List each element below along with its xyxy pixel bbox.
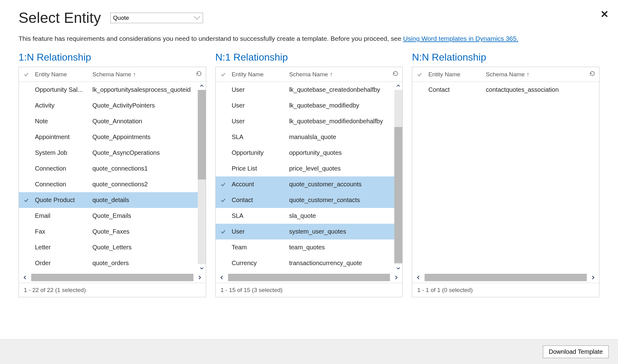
scroll-left-icon[interactable] <box>412 275 425 280</box>
scroll-left-icon[interactable] <box>19 275 31 280</box>
relationship-columns: 1:N Relationship Entity Name Schema Name… <box>19 52 599 297</box>
row-schema-name: quote_connections1 <box>91 165 198 172</box>
row-entity-name: Letter <box>34 244 91 251</box>
scroll-down-icon[interactable] <box>198 264 206 272</box>
table-row[interactable]: Price List price_level_quotes <box>216 161 403 176</box>
scroll-track[interactable] <box>198 90 206 264</box>
scroll-right-icon[interactable] <box>193 275 206 280</box>
table-row[interactable]: Order quote_orders <box>19 255 206 271</box>
row-entity-name: Opportunity <box>231 149 288 156</box>
scroll-thumb-horizontal[interactable] <box>425 274 587 281</box>
description: This feature has requirements and consid… <box>19 35 599 42</box>
table-row[interactable]: Team team_quotes <box>216 239 403 255</box>
scroll-right-icon[interactable] <box>587 275 599 280</box>
table-row[interactable]: System Job Quote_AsyncOperations <box>19 145 206 161</box>
column-header-schema[interactable]: Schema Name↑ <box>485 71 586 78</box>
row-schema-name: sla_quote <box>288 212 395 219</box>
row-schema-name: lk_quotebase_modifiedonbehalfby <box>288 118 395 125</box>
row-entity-name: Order <box>34 260 91 267</box>
table-row[interactable]: SLA manualsla_quote <box>216 129 403 145</box>
row-entity-name: Contact <box>427 86 485 93</box>
row-entity-name: User <box>231 118 288 125</box>
horizontal-scrollbar[interactable] <box>216 272 403 283</box>
row-entity-name: SLA <box>231 133 288 141</box>
scroll-thumb[interactable] <box>394 127 402 263</box>
refresh-icon[interactable] <box>192 71 206 78</box>
scroll-up-icon[interactable] <box>394 82 402 90</box>
table-row[interactable]: Quote Product quote_details <box>19 192 206 208</box>
table-row[interactable]: Note Quote_Annotation <box>19 113 206 129</box>
relationship-panel-n_to_one: N:1 Relationship Entity Name Schema Name… <box>215 52 403 297</box>
row-schema-name: lk_quotebase_modifiedby <box>288 102 395 109</box>
scroll-right-icon[interactable] <box>390 275 402 280</box>
description-text: This feature has requirements and consid… <box>19 35 403 42</box>
table-row[interactable]: User system_user_quotes <box>216 224 403 239</box>
column-header-entity[interactable]: Entity Name <box>427 71 485 78</box>
row-schema-name: Quote_AsyncOperations <box>91 149 198 156</box>
row-entity-name: Activity <box>34 102 91 109</box>
horizontal-scrollbar[interactable] <box>19 272 206 283</box>
vertical-scrollbar[interactable] <box>198 82 206 272</box>
scroll-left-icon[interactable] <box>216 275 228 280</box>
row-schema-name: quote_details <box>91 197 198 204</box>
download-template-button[interactable]: Download Template <box>543 345 609 358</box>
select-all-checkbox[interactable] <box>216 72 231 77</box>
table-row[interactable]: Letter Quote_Letters <box>19 239 206 255</box>
scroll-up-icon[interactable] <box>198 82 206 90</box>
page-title: Select Entity <box>19 9 101 26</box>
scroll-thumb-horizontal[interactable] <box>31 274 193 281</box>
description-link[interactable]: Using Word templates in Dynamics 365. <box>403 35 518 42</box>
table-row[interactable]: Opportunity opportunity_quotes <box>216 145 403 161</box>
table-row[interactable]: Account quote_customer_accounts <box>216 176 403 192</box>
column-header-schema[interactable]: Schema Name↑ <box>91 71 192 78</box>
select-all-checkbox[interactable] <box>19 72 34 77</box>
row-entity-name: Price List <box>231 165 288 172</box>
scroll-thumb-horizontal[interactable] <box>228 274 390 281</box>
table-row[interactable]: Email Quote_Emails <box>19 208 206 224</box>
table-row[interactable]: Contact quote_customer_contacts <box>216 192 403 208</box>
grid-header: Entity Name Schema Name↑ <box>412 67 599 82</box>
table-row[interactable]: User lk_quotebase_modifiedby <box>216 98 403 113</box>
entity-select[interactable]: Quote <box>110 13 203 23</box>
table-row[interactable]: Appointment Quote_Appointments <box>19 129 206 145</box>
close-icon[interactable]: ✕ <box>600 9 609 19</box>
table-row[interactable]: Connection quote_connections2 <box>19 176 206 192</box>
table-row[interactable]: Opportunity Sal... lk_opportunitysalespr… <box>19 82 206 98</box>
refresh-icon[interactable] <box>586 71 599 78</box>
row-schema-name: Quote_Faxes <box>91 228 198 235</box>
select-entity-dialog: ✕ Select Entity Quote This feature has r… <box>0 0 618 364</box>
table-row[interactable]: Activity Quote_ActivityPointers <box>19 98 206 113</box>
column-header-entity[interactable]: Entity Name <box>34 71 91 78</box>
row-entity-name: Note <box>34 118 91 125</box>
table-row[interactable]: Currency transactioncurrency_quote <box>216 255 403 271</box>
scroll-thumb[interactable] <box>198 90 206 180</box>
row-entity-name: Connection <box>34 165 91 172</box>
grid-body: Contact contactquotes_association <box>412 82 599 272</box>
grid-header: Entity Name Schema Name↑ <box>216 67 403 82</box>
table-row[interactable]: User lk_quotebase_modifiedonbehalfby <box>216 113 403 129</box>
row-schema-name: contactquotes_association <box>485 86 591 93</box>
row-schema-name: team_quotes <box>288 244 395 251</box>
row-entity-name: Account <box>231 181 288 188</box>
column-header-schema[interactable]: Schema Name↑ <box>288 71 389 78</box>
horizontal-scrollbar[interactable] <box>412 272 599 283</box>
table-row[interactable]: SLA sla_quote <box>216 208 403 224</box>
table-row[interactable]: Connection quote_connections1 <box>19 161 206 176</box>
relationship-grid: Entity Name Schema Name↑ Contact contact… <box>412 67 599 297</box>
refresh-icon[interactable] <box>389 71 402 78</box>
table-row[interactable]: User lk_quotebase_createdonbehalfby <box>216 82 403 98</box>
table-row[interactable]: Contact contactquotes_association <box>412 82 599 98</box>
select-all-checkbox[interactable] <box>412 72 427 77</box>
row-schema-name: system_user_quotes <box>288 228 395 235</box>
scroll-track[interactable] <box>394 90 402 264</box>
row-entity-name: Team <box>231 244 288 251</box>
row-schema-name: quote_connections2 <box>91 181 198 188</box>
column-header-entity[interactable]: Entity Name <box>231 71 288 78</box>
grid-status: 1 - 15 of 15 (3 selected) <box>216 283 403 297</box>
vertical-scrollbar[interactable] <box>394 82 402 272</box>
scroll-down-icon[interactable] <box>394 264 402 272</box>
bottom-bar: Download Template <box>0 339 618 364</box>
table-row[interactable]: Fax Quote_Faxes <box>19 224 206 239</box>
row-entity-name: User <box>231 228 288 235</box>
checkmark-icon <box>216 182 231 187</box>
